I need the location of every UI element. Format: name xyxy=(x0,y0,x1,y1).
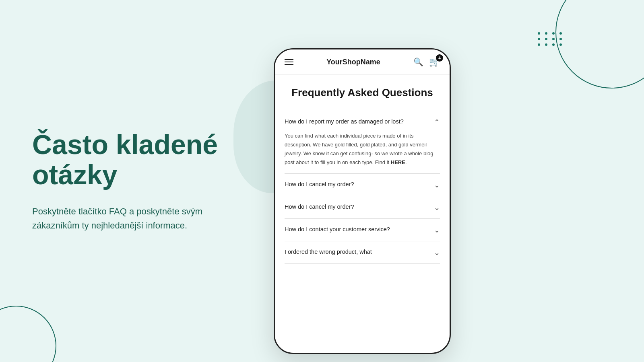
faq-item-2: How do I cancel my order? ⌄ xyxy=(285,174,440,196)
main-heading: Často kladené otázky xyxy=(32,130,229,190)
faq-item-5: I ordered the wrong product, what ⌄ xyxy=(285,241,440,264)
faq-question-1: How do I report my order as damaged or l… xyxy=(285,117,434,125)
faq-answer-1: You can find what each individual piece … xyxy=(285,132,440,167)
faq-item-3: How do I cancel my order? ⌄ xyxy=(285,196,440,219)
faq-item-1: How do I report my order as damaged or l… xyxy=(285,111,440,174)
faq-chevron-down-3: ⌄ xyxy=(434,203,440,212)
faq-question-row-5[interactable]: I ordered the wrong product, what ⌄ xyxy=(285,248,440,257)
cart-icon-wrap[interactable]: 🛒 4 xyxy=(429,57,440,67)
nav-icons: 🔍 🛒 4 xyxy=(413,57,440,67)
phone-mockup: YourShopName 🔍 🛒 4 Frequently Asked Ques… xyxy=(274,48,451,354)
faq-chevron-down-4: ⌄ xyxy=(434,226,440,234)
faq-title: Frequently Asked Questions xyxy=(285,86,440,100)
faq-chevron-down-2: ⌄ xyxy=(434,181,440,189)
faq-answer-link[interactable]: HERE xyxy=(391,159,405,165)
faq-chevron-down-5: ⌄ xyxy=(434,248,440,257)
search-icon[interactable]: 🔍 xyxy=(413,57,423,67)
decorative-circle-top-right xyxy=(555,0,644,88)
faq-question-3: How do I cancel my order? xyxy=(285,203,434,211)
faq-chevron-up-1: ⌃ xyxy=(434,118,440,127)
faq-question-4: How do I contact your customer service? xyxy=(285,225,434,233)
left-content-area: Často kladené otázky Poskytněte tlačítko… xyxy=(0,0,262,362)
phone-nav: YourShopName 🔍 🛒 4 xyxy=(275,49,450,75)
faq-question-5: I ordered the wrong product, what xyxy=(285,248,434,256)
dot-grid-decoration xyxy=(538,32,564,46)
menu-icon[interactable] xyxy=(285,59,293,65)
faq-question-row-4[interactable]: How do I contact your customer service? … xyxy=(285,225,440,234)
cart-badge: 4 xyxy=(436,54,443,62)
shop-brand-name: YourShopName xyxy=(326,58,380,66)
faq-question-row-2[interactable]: How do I cancel my order? ⌄ xyxy=(285,180,440,189)
faq-question-row-1[interactable]: How do I report my order as damaged or l… xyxy=(285,117,440,127)
faq-question-row-3[interactable]: How do I cancel my order? ⌄ xyxy=(285,203,440,212)
faq-item-4: How do I contact your customer service? … xyxy=(285,219,440,241)
faq-question-2: How do I cancel my order? xyxy=(285,180,434,188)
sub-text: Poskytněte tlačítko FAQ a poskytněte svý… xyxy=(32,204,229,232)
faq-content: Frequently Asked Questions How do I repo… xyxy=(275,75,450,352)
phone-frame: YourShopName 🔍 🛒 4 Frequently Asked Ques… xyxy=(274,48,451,354)
